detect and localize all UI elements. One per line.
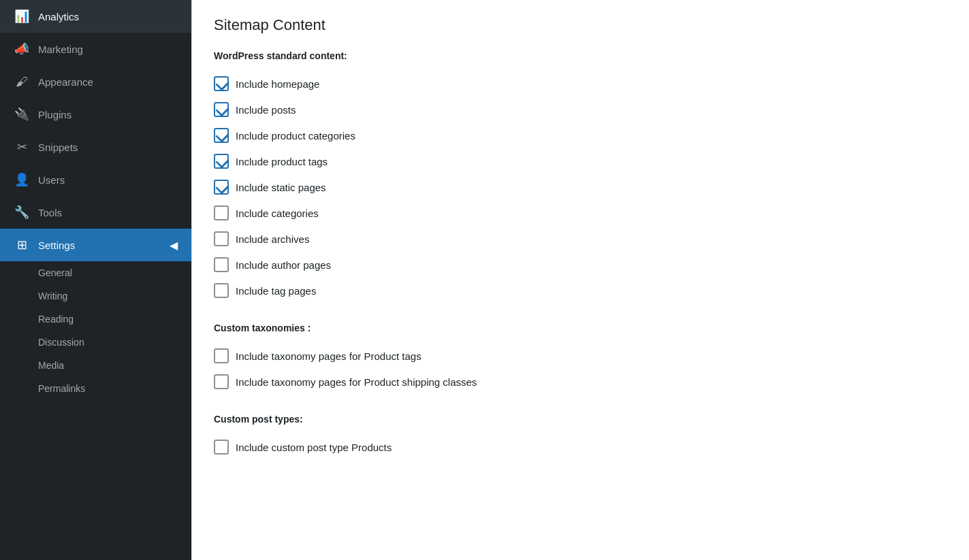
analytics-icon: 📊 [14, 8, 30, 24]
sidebar-item-marketing[interactable]: 📣Marketing [0, 33, 191, 65]
plugins-icon: 🔌 [14, 106, 30, 122]
checkbox-row-post-type-products: Include custom post type Products [214, 434, 947, 460]
submenu-item-writing[interactable]: Writing [0, 284, 191, 308]
checkbox-author-pages[interactable] [214, 257, 229, 272]
sidebar-label-settings: Settings [38, 240, 75, 251]
settings-submenu: GeneralWritingReadingDiscussionMediaPerm… [0, 261, 191, 400]
submenu-item-media[interactable]: Media [0, 354, 191, 377]
custom-taxonomies-section: Custom taxonomies : Include taxonomy pag… [214, 323, 947, 395]
wordpress-section-label: WordPress standard content: [214, 50, 947, 61]
checkbox-row-taxonomy-product-tags: Include taxonomy pages for Product tags [214, 343, 947, 369]
sidebar-item-appearance[interactable]: 🖌Appearance [0, 65, 191, 98]
appearance-icon: 🖌 [14, 73, 30, 90]
checkbox-taxonomy-shipping[interactable] [214, 374, 229, 389]
sidebar-item-tools[interactable]: 🔧Tools [0, 196, 191, 229]
checkbox-label-archives: Include archives [236, 233, 309, 245]
custom-post-types-section: Custom post types: Include custom post t… [214, 414, 947, 460]
sidebar-label-analytics: Analytics [38, 11, 79, 22]
checkbox-row-archives: Include archives [214, 226, 947, 252]
checkbox-label-author-pages: Include author pages [236, 259, 331, 271]
sidebar-label-appearance: Appearance [38, 76, 93, 88]
sidebar-item-users[interactable]: 👤Users [0, 163, 191, 196]
checkbox-label-taxonomy-product-tags: Include taxonomy pages for Product tags [236, 350, 422, 362]
checkbox-row-taxonomy-shipping: Include taxonomy pages for Product shipp… [214, 369, 947, 395]
checkbox-posts[interactable] [214, 102, 229, 117]
checkbox-row-homepage: Include homepage [214, 71, 947, 97]
checkbox-row-posts: Include posts [214, 97, 947, 122]
submenu-item-permalinks[interactable]: Permalinks [0, 377, 191, 400]
checkbox-categories[interactable] [214, 205, 229, 220]
checkbox-label-product-categories: Include product categories [236, 130, 355, 142]
checkbox-row-product-tags: Include product tags [214, 148, 947, 174]
checkbox-label-product-tags: Include product tags [236, 156, 328, 167]
wordpress-standard-section: WordPress standard content: Include home… [214, 50, 947, 303]
checkbox-label-homepage: Include homepage [236, 78, 319, 90]
checkbox-product-tags[interactable] [214, 154, 229, 169]
checkbox-tag-pages[interactable] [214, 283, 229, 298]
checkbox-taxonomy-product-tags[interactable] [214, 348, 229, 363]
checkbox-archives[interactable] [214, 231, 229, 246]
checkbox-label-categories: Include categories [236, 208, 319, 219]
checkbox-label-posts: Include posts [236, 104, 296, 116]
submenu-item-discussion[interactable]: Discussion [0, 331, 191, 354]
sidebar-item-analytics[interactable]: 📊Analytics [0, 0, 191, 33]
submenu-item-reading[interactable]: Reading [0, 308, 191, 331]
checkbox-row-categories: Include categories [214, 200, 947, 226]
snippets-icon: ✂ [14, 139, 30, 155]
main-content: Sitemap Content WordPress standard conte… [191, 0, 969, 560]
sidebar-label-marketing: Marketing [38, 44, 83, 55]
checkbox-homepage[interactable] [214, 76, 229, 91]
checkbox-label-taxonomy-shipping: Include taxonomy pages for Product shipp… [236, 376, 477, 388]
sidebar-item-snippets[interactable]: ✂Snippets [0, 131, 191, 163]
custom-post-types-label: Custom post types: [214, 414, 947, 425]
sidebar-label-users: Users [38, 174, 65, 186]
checkbox-static-pages[interactable] [214, 180, 229, 195]
checkbox-row-tag-pages: Include tag pages [214, 278, 947, 303]
tools-icon: 🔧 [14, 204, 30, 220]
users-icon: 👤 [14, 171, 30, 188]
sidebar-label-tools: Tools [38, 207, 62, 218]
custom-taxonomies-label: Custom taxonomies : [214, 323, 947, 333]
sidebar-item-settings[interactable]: ⊞Settings◀ [0, 229, 191, 261]
submenu-item-general[interactable]: General [0, 261, 191, 284]
checkbox-label-tag-pages: Include tag pages [236, 285, 316, 297]
checkbox-post-type-products[interactable] [214, 440, 229, 455]
page-title: Sitemap Content [214, 16, 947, 34]
checkbox-row-author-pages: Include author pages [214, 252, 947, 278]
marketing-icon: 📣 [14, 41, 30, 57]
checkbox-product-categories[interactable] [214, 128, 229, 143]
checkbox-row-static-pages: Include static pages [214, 174, 947, 200]
checkbox-label-static-pages: Include static pages [236, 182, 326, 193]
checkbox-row-product-categories: Include product categories [214, 122, 947, 148]
sidebar-label-snippets: Snippets [38, 142, 78, 153]
sidebar-label-plugins: Plugins [38, 109, 72, 120]
sidebar-item-plugins[interactable]: 🔌Plugins [0, 98, 191, 131]
sidebar: 📊Analytics📣Marketing🖌Appearance🔌Plugins✂… [0, 0, 191, 560]
settings-icon: ⊞ [14, 237, 30, 253]
settings-arrow-icon: ◀ [170, 239, 178, 252]
checkbox-label-post-type-products: Include custom post type Products [236, 442, 392, 453]
